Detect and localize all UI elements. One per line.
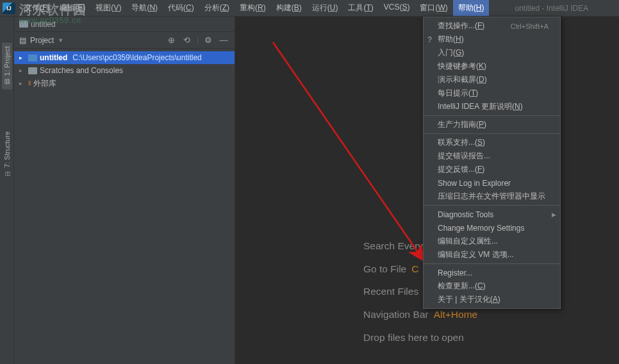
project-tool-window: untitled ▤ Project ▼ ⊕ ⟲ | ⚙ — ▸untitled…: [14, 17, 235, 364]
structure-icon: ⌸: [3, 172, 10, 176]
menu-V[interactable]: 视图(V): [90, 0, 126, 16]
welcome-row: Drop files here to open: [363, 326, 477, 349]
folder-icon: [19, 21, 28, 28]
menu-separator: [424, 115, 560, 116]
menu-H[interactable]: 帮助(H): [453, 0, 490, 16]
help-menu-item[interactable]: 每日提示(T): [424, 87, 560, 100]
menu-Z[interactable]: 分析(Z): [199, 0, 235, 16]
help-icon: ?: [427, 35, 436, 44]
window-title: untitled - IntelliJ IDEA: [515, 4, 588, 13]
project-panel-header: ▤ Project ▼ ⊕ ⟲ | ⚙ —: [14, 32, 235, 49]
menu-C[interactable]: 代码(C): [163, 0, 199, 16]
gutter-tab-structure[interactable]: ⌸ 7: Structure: [2, 128, 12, 181]
menu-separator: [424, 263, 560, 264]
menu-R[interactable]: 重构(R): [235, 0, 271, 16]
module-folder-icon: [28, 54, 37, 62]
tree-row-project[interactable]: ▸untitledC:\Users\pc0359\IdeaProjects\un…: [14, 51, 235, 64]
submenu-arrow-icon: ▶: [552, 211, 556, 218]
gutter-tab-project[interactable]: ▤ 1: Project: [2, 42, 12, 89]
menu-N[interactable]: 导航(N): [126, 0, 163, 16]
help-menu-item[interactable]: 检查更新...(C): [424, 279, 560, 293]
tree-row-libs[interactable]: ▸⦀外部库: [14, 77, 235, 90]
folder-icon: [28, 67, 37, 74]
menu-VCSS[interactable]: VCS(S): [379, 0, 415, 16]
menu-T[interactable]: 工具(T): [343, 0, 378, 16]
panel-title-icon: ▤: [19, 36, 26, 45]
help-dropdown-menu: 查找操作...(F)Ctrl+Shift+A?帮助(H)入门(G)快捷键参考(K…: [423, 17, 561, 309]
menu-U[interactable]: 运行(U): [307, 0, 343, 16]
help-menu-item[interactable]: 关于 | 关于汉化(A): [424, 293, 560, 306]
menu-W[interactable]: 窗口(W): [415, 0, 452, 16]
help-menu-item[interactable]: 生产力指南(P): [424, 118, 560, 131]
help-menu-item[interactable]: Diagnostic Tools▶: [424, 208, 560, 221]
help-menu-item[interactable]: 编辑自定义属性...: [424, 235, 560, 248]
gear-icon[interactable]: ⚙: [202, 35, 214, 46]
help-menu-item[interactable]: Register...: [424, 266, 560, 279]
help-menu-item[interactable]: 提交错误报告...: [424, 149, 560, 163]
expand-arrow-icon[interactable]: ▸: [19, 67, 26, 74]
locate-icon[interactable]: ⟲: [181, 35, 193, 46]
project-icon: ▤: [3, 79, 10, 85]
panel-title: Project: [30, 36, 54, 45]
breadcrumb-label: untitled: [31, 20, 56, 29]
app-logo-icon: IJ: [3, 3, 15, 14]
menu-B[interactable]: 构建(B): [271, 0, 307, 16]
menu-separator: [424, 133, 560, 134]
help-menu-item[interactable]: ?帮助(H): [424, 33, 560, 46]
help-menu-item[interactable]: 查找操作...(F)Ctrl+Shift+A: [424, 19, 560, 33]
collapse-all-icon[interactable]: ⊕: [166, 35, 177, 46]
tree-row-scratches[interactable]: ▸Scratches and Consoles: [14, 64, 235, 77]
menu-E[interactable]: 编辑(E): [54, 0, 90, 16]
help-menu-item[interactable]: 入门(G): [424, 46, 560, 60]
help-menu-item[interactable]: Change Memory Settings: [424, 221, 560, 235]
libraries-icon: ⦀: [28, 79, 31, 87]
chevron-down-icon[interactable]: ▼: [58, 37, 63, 44]
help-menu-item[interactable]: 演示和截屏(D): [424, 73, 560, 87]
help-menu-item[interactable]: Show Log in Explorer: [424, 176, 560, 190]
help-menu-item[interactable]: 快捷键参考(K): [424, 60, 560, 73]
left-tool-gutter: ▤ 1: Project ⌸ 7: Structure: [0, 17, 14, 364]
help-menu-item[interactable]: 提交反馈...(F): [424, 163, 560, 176]
hide-icon[interactable]: —: [218, 35, 229, 46]
breadcrumb[interactable]: untitled: [14, 17, 235, 32]
help-menu-item[interactable]: IntelliJ IDEA 更新说明(N): [424, 100, 560, 113]
menu-F[interactable]: 文件(F): [19, 0, 54, 16]
expand-arrow-icon[interactable]: ▸: [19, 80, 26, 87]
help-menu-item[interactable]: 联系支持...(S): [424, 136, 560, 149]
main-menubar: IJ 文件(F)编辑(E)视图(V)导航(N)代码(C)分析(Z)重构(R)构建…: [0, 0, 619, 17]
menu-separator: [424, 205, 560, 206]
help-menu-item[interactable]: 压缩日志并在文件管理器中显示: [424, 190, 560, 203]
help-menu-item[interactable]: 编辑自定义 VM 选项...: [424, 248, 560, 261]
expand-arrow-icon[interactable]: ▸: [19, 54, 26, 61]
project-tree: ▸untitledC:\Users\pc0359\IdeaProjects\un…: [14, 49, 235, 92]
